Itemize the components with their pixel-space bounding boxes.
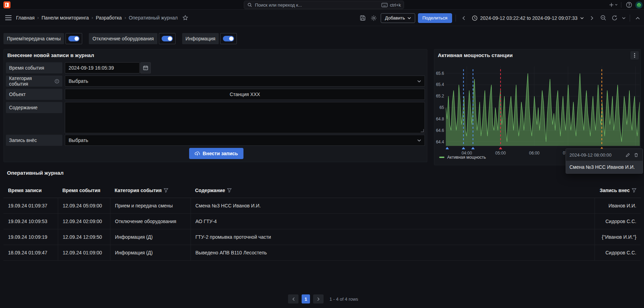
chevron-down-icon — [417, 80, 421, 82]
prev-page-button[interactable] — [288, 294, 298, 303]
panel-title: Активная мощность станции — [438, 52, 513, 58]
annotation-marker-icon[interactable] — [471, 147, 475, 149]
zoom-out-time-icon[interactable] — [599, 14, 607, 22]
object-input[interactable]: Станция XXX — [65, 89, 425, 100]
x-tick-label: 05:00 — [493, 151, 508, 156]
time-shift-forward-icon[interactable] — [588, 14, 596, 22]
submit-entry-button[interactable]: Внести запись — [189, 148, 243, 159]
annotation-marker-icon[interactable] — [446, 147, 449, 149]
time-range-picker[interactable]: 2024-09-12 03:22:42 to 2024-09-12 09:07:… — [471, 13, 585, 23]
create-new-button[interactable] — [609, 1, 618, 9]
next-page-button[interactable] — [313, 294, 324, 303]
help-icon[interactable] — [625, 1, 633, 9]
chevron-down-icon — [417, 139, 421, 142]
panel-title: Внесение новой записи в журнал — [7, 52, 94, 58]
column-header[interactable]: Категория события — [110, 183, 191, 198]
content-label: Содержание — [9, 105, 38, 110]
content-textarea[interactable] — [65, 102, 425, 133]
event-time-input[interactable]: 2024-09-19 16:05:39 — [65, 62, 140, 73]
breadcrumb-item[interactable]: Оперативный журнал — [129, 15, 178, 21]
search-icon — [247, 2, 253, 8]
column-header[interactable]: Время события — [58, 183, 110, 198]
y-tick-label: 64.6 — [434, 128, 444, 133]
filter-toggle[interactable] — [65, 33, 82, 44]
app-logo-icon[interactable] — [3, 1, 10, 8]
table-cell: Смена №3 НСС Иванов И.И. — [191, 198, 595, 213]
column-header[interactable]: Содержание — [191, 183, 595, 198]
log-table-title: Оперативный журнал — [7, 170, 64, 176]
y-tick-label: 65.2 — [434, 94, 444, 98]
filter-toggle[interactable] — [159, 33, 176, 44]
column-header[interactable]: Время записи — [3, 183, 58, 198]
chart-svg — [446, 66, 640, 150]
table-row[interactable]: 19.09.24 10:09:1912.09.24 12:09:50Информ… — [3, 229, 641, 245]
clock-icon — [472, 15, 478, 21]
resize-handle[interactable] — [420, 129, 424, 132]
share-label: Поделиться — [422, 15, 448, 21]
chevron-down-icon — [580, 17, 584, 19]
table-cell: 18.09.24 01:09:47 — [3, 245, 58, 260]
edit-annotation-icon[interactable] — [624, 152, 631, 158]
annotation-tooltip: 2024-09-12 08:00:00 Смена №3 НСС Иванов … — [566, 149, 643, 174]
delete-annotation-icon[interactable] — [633, 152, 639, 158]
upload-icon — [195, 151, 200, 156]
refresh-interval-dropdown[interactable] — [621, 14, 626, 22]
pagination-summary: 1 - 4 of 4 rows — [329, 297, 358, 302]
table-cell: ГТУ-2 промывка проточной части — [191, 229, 595, 245]
dashboard-nav-bar: Главная›Панели мониторинга›Разработка›Оп… — [0, 10, 644, 26]
add-panel-button[interactable]: Добавить — [381, 13, 415, 23]
table-cell: Выведено АПВ В110 Лесостепь — [191, 245, 595, 260]
filter-icon[interactable] — [164, 188, 168, 192]
collapse-controls-icon[interactable] — [634, 14, 642, 22]
annotation-time: 2024-09-12 08:00:00 — [569, 152, 612, 158]
filter-label: Информация — [182, 33, 219, 44]
share-button[interactable]: Поделиться — [418, 13, 452, 23]
power-chart[interactable] — [446, 66, 640, 150]
table-cell: Иванов И.И. — [595, 198, 641, 213]
favorite-star-icon[interactable] — [181, 14, 189, 22]
column-header[interactable]: Запись внес — [595, 183, 641, 198]
toggle-switch[interactable] — [68, 36, 79, 41]
top-bar: Поиск или переход к... ctrl+k — [0, 0, 644, 10]
filter-icon[interactable] — [632, 188, 636, 192]
table-cell: Сидоров С.С. — [595, 214, 641, 229]
user-avatar[interactable] — [635, 1, 643, 9]
breadcrumb-separator-icon: › — [37, 15, 39, 20]
table-header-row: Время записиВремя событияКатегория событ… — [3, 183, 641, 198]
y-tick-label: 65.4 — [434, 82, 444, 87]
toggle-switch[interactable] — [162, 36, 173, 41]
page-number-button[interactable]: 1 — [302, 294, 310, 303]
panel-menu-icon[interactable] — [630, 51, 639, 60]
dashboard-variable-toggles: Прием/передача сменыОтключение оборудова… — [3, 33, 237, 44]
table-row[interactable]: 19.09.24 01:09:3712.09.24 05:09:00Прием … — [3, 198, 641, 214]
dashboard-settings-icon[interactable] — [370, 14, 378, 22]
event-category-select[interactable]: Выбрать — [65, 76, 425, 87]
breadcrumb-item[interactable]: Главная — [16, 15, 34, 21]
time-range-label: 2024-09-12 03:22:42 to 2024-09-12 09:07:… — [480, 15, 577, 21]
table-row[interactable]: 19.09.24 10:09:5312.09.24 02:09:00Отключ… — [3, 214, 641, 229]
breadcrumb-separator-icon: › — [92, 15, 93, 20]
breadcrumb-item[interactable]: Разработка — [96, 15, 122, 21]
annotation-marker-icon[interactable] — [499, 147, 502, 149]
annotation-marker-icon[interactable] — [462, 147, 465, 149]
table-cell: 19.09.24 10:09:53 — [3, 214, 58, 229]
legend-active-power[interactable]: Активная мощность — [439, 155, 486, 160]
calendar-icon[interactable] — [140, 62, 151, 73]
refresh-icon[interactable] — [610, 14, 619, 22]
divider — [621, 2, 621, 8]
breadcrumb-item[interactable]: Панели мониторинга — [41, 15, 89, 21]
filter-toggle[interactable] — [220, 33, 237, 44]
y-tick-label: 65.6 — [434, 71, 444, 76]
mega-menu-icon[interactable] — [4, 14, 13, 22]
table-cell: {"Иванов И.И."} — [595, 229, 641, 245]
time-shift-back-icon[interactable] — [459, 14, 468, 22]
filter-icon[interactable] — [227, 188, 232, 192]
toggle-switch[interactable] — [223, 36, 234, 41]
save-dashboard-icon[interactable] — [358, 14, 367, 22]
search-input[interactable]: Поиск или переход к... ctrl+k — [244, 1, 404, 9]
author-select[interactable]: Выбрать — [65, 135, 425, 146]
table-row[interactable]: 18.09.24 01:09:4712.09.24 01:09:00Информ… — [3, 245, 641, 261]
info-icon — [55, 79, 59, 84]
filter-label: Прием/передача смены — [3, 33, 64, 44]
table-cell: АО ГТУ-4 — [191, 214, 595, 229]
